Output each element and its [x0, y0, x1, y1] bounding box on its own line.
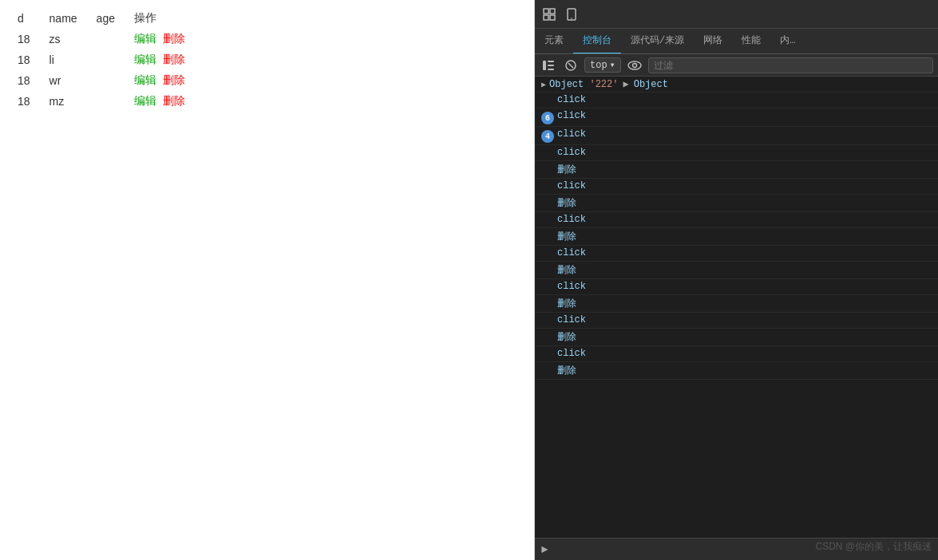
cell-actions: 编辑 删除 [125, 70, 195, 91]
svg-rect-3 [550, 15, 555, 20]
console-entry-click-5: click [535, 179, 938, 195]
console-entry-click-8: click [535, 279, 938, 295]
cell-id: 18 [8, 70, 40, 91]
col-header-id: d [8, 8, 40, 29]
console-entry-delete-1: 删除 [535, 161, 938, 179]
cell-actions: 编辑 删除 [125, 29, 195, 49]
tab-elements[interactable]: 元素 [535, 29, 573, 54]
delete-link[interactable]: 删除 [163, 53, 185, 65]
sidebar-toggle-btn[interactable] [540, 57, 557, 74]
tab-network[interactable]: 网络 [694, 29, 732, 54]
edit-link[interactable]: 编辑 [134, 53, 156, 65]
console-entry-click-6: click [535, 212, 938, 228]
delete-link[interactable]: 删除 [163, 94, 185, 107]
cell-age [87, 91, 125, 112]
devtools-toolbar [535, 0, 938, 29]
console-entry-delete-2: 删除 [535, 195, 938, 212]
cell-name: mz [40, 91, 87, 112]
context-selector[interactable]: top ▾ [584, 57, 621, 73]
badge-4: 4 [541, 130, 554, 143]
inspect-icon[interactable] [538, 3, 560, 26]
cell-name: li [40, 49, 87, 70]
chevron-down-icon: ▾ [610, 59, 615, 71]
table-row: 18 mz 编辑 删除 [8, 91, 195, 112]
nav-right-arrow[interactable]: ► [541, 543, 548, 556]
csdn-watermark: CSDN @你的美，让我痴迷 [815, 540, 932, 554]
svg-line-11 [568, 63, 573, 68]
tab-more[interactable]: 内… [770, 29, 805, 54]
console-entry-delete-7: 删除 [535, 362, 938, 380]
console-entry-click-1: click [535, 93, 938, 108]
svg-rect-6 [543, 61, 546, 70]
cell-age [87, 29, 125, 49]
console-entry-click-9: click [535, 313, 938, 329]
svg-rect-7 [548, 61, 554, 62]
console-toolbar: top ▾ [535, 54, 938, 77]
live-expressions-btn[interactable] [626, 57, 643, 74]
devtools-tabs: 元素 控制台 源代码/来源 网络 性能 内… [535, 29, 938, 54]
console-entry-delete-4: 删除 [535, 262, 938, 279]
cell-id: 18 [8, 49, 40, 70]
cell-age [87, 49, 125, 70]
tab-sources[interactable]: 源代码/来源 [621, 29, 694, 54]
col-header-name: name [40, 8, 87, 29]
console-entry-click-4: click [535, 145, 938, 161]
edit-link[interactable]: 编辑 [134, 94, 156, 107]
data-table: d name age 操作 18 zs 编辑 删除 18 li 编辑 删除 [8, 8, 195, 112]
device-icon[interactable] [560, 3, 583, 26]
svg-rect-9 [548, 69, 554, 70]
devtools-panel: 元素 控制台 源代码/来源 网络 性能 内… [535, 0, 938, 560]
col-header-age: age [87, 8, 125, 29]
clear-console-btn[interactable] [562, 57, 580, 74]
edit-link[interactable]: 编辑 [134, 32, 156, 45]
object-key-label: Object '222' [549, 79, 618, 90]
console-output[interactable]: ▶ Object '222' ▶ Object click 6 click 4 … [535, 77, 938, 538]
table-row: 18 zs 编辑 删除 [8, 29, 195, 49]
object-value-label: Object [634, 79, 668, 90]
console-entry-click-10: click [535, 346, 938, 362]
console-filter-input[interactable] [648, 57, 933, 73]
cell-actions: 编辑 删除 [125, 49, 195, 70]
table-row: 18 li 编辑 删除 [8, 49, 195, 70]
cell-name: zs [40, 29, 87, 49]
cell-id: 18 [8, 91, 40, 112]
svg-rect-1 [550, 9, 555, 14]
col-header-action: 操作 [125, 8, 195, 29]
console-entry-click-2: 6 click [535, 108, 938, 127]
table-container: d name age 操作 18 zs 编辑 删除 18 li 编辑 删除 [0, 0, 534, 120]
svg-point-5 [571, 18, 572, 19]
tree-expand-arrow[interactable]: ▶ [541, 80, 546, 89]
svg-rect-8 [548, 65, 554, 66]
svg-point-12 [628, 61, 641, 69]
cell-name: wr [40, 70, 87, 91]
tab-console[interactable]: 控制台 [573, 29, 621, 54]
delete-link[interactable]: 删除 [163, 32, 185, 45]
svg-rect-2 [544, 15, 548, 20]
console-entry-delete-5: 删除 [535, 295, 938, 313]
cell-age [87, 70, 125, 91]
cell-id: 18 [8, 29, 40, 49]
console-entry-click-7: click [535, 246, 938, 262]
delete-link[interactable]: 删除 [163, 73, 185, 86]
object-tree-entry[interactable]: ▶ Object '222' ▶ Object [535, 77, 938, 93]
badge-6: 6 [541, 112, 554, 124]
tab-performance[interactable]: 性能 [732, 29, 770, 54]
svg-rect-0 [544, 9, 548, 14]
console-entry-delete-6: 删除 [535, 329, 938, 346]
svg-point-13 [632, 63, 636, 67]
table-row: 18 wr 编辑 删除 [8, 70, 195, 91]
edit-link[interactable]: 编辑 [134, 73, 156, 86]
cell-actions: 编辑 删除 [125, 91, 195, 112]
console-entry-click-3: 4 click [535, 127, 938, 145]
left-panel: d name age 操作 18 zs 编辑 删除 18 li 编辑 删除 [0, 0, 535, 560]
console-entry-delete-3: 删除 [535, 228, 938, 246]
